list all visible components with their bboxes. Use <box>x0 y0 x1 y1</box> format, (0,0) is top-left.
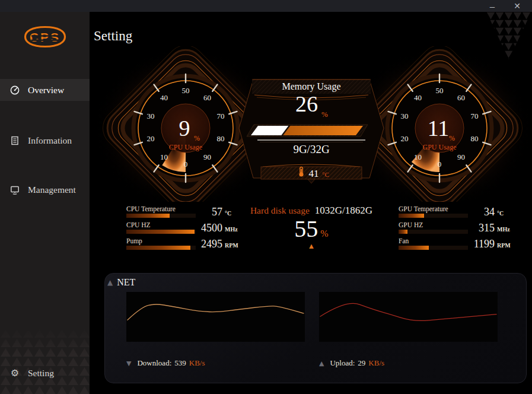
stat-row-gpu-hz: GPU HZ 315 MHz <box>399 221 515 237</box>
stat-label: CPU HZ <box>126 221 151 228</box>
stat-value: 315 <box>453 222 495 234</box>
stat-unit: MHz <box>225 226 238 233</box>
svg-text:0: 0 <box>438 160 442 169</box>
app-window: – ✕ CPS Overview <box>0 0 532 394</box>
gear-icon: ⚙ <box>9 368 20 379</box>
stat-label: Fan <box>399 237 409 244</box>
main-content: Setting <box>90 12 532 394</box>
upload-unit: KB/s <box>368 358 384 368</box>
titlebar: – ✕ <box>0 0 532 12</box>
net-header: ▲ NET <box>107 277 135 288</box>
net-title: NET <box>117 277 135 288</box>
stat-label: Pump <box>126 237 142 244</box>
svg-text:80: 80 <box>217 134 225 143</box>
svg-text:30: 30 <box>401 112 409 120</box>
svg-text:60: 60 <box>203 93 211 102</box>
svg-text:50: 50 <box>182 86 190 95</box>
stat-unit: RPM <box>497 242 511 249</box>
stat-unit: °C <box>497 210 504 217</box>
sidebar-item-label: Setting <box>28 368 54 379</box>
hard-disk-capacity: 1032G/1862G <box>315 205 372 216</box>
close-button[interactable]: ✕ <box>508 0 526 12</box>
gauge-icon <box>9 85 20 96</box>
stat-value: 4500 <box>181 222 222 234</box>
hard-disk-unit: % <box>320 228 328 239</box>
stat-value: 34 <box>453 206 495 218</box>
cpu-usage-unit: % <box>194 134 200 142</box>
svg-text:20: 20 <box>147 134 155 143</box>
document-icon <box>9 135 20 146</box>
instrument-cluster: 0102030405060708090 9 % CPU Usage 010 <box>90 46 532 202</box>
svg-text:90: 90 <box>203 152 211 161</box>
svg-text:40: 40 <box>414 93 422 102</box>
stat-value: 1199 <box>453 238 495 250</box>
stat-unit: °C <box>225 210 231 217</box>
stat-unit: MHz <box>497 226 510 233</box>
net-panel: ▲ NET ▼ Download: 539 KB/s ▲ Upload: 29 … <box>104 273 527 383</box>
sidebar-item-overview[interactable]: Overview <box>0 79 90 101</box>
svg-text:30: 30 <box>147 112 155 120</box>
memory-usage-value: 26 <box>295 91 318 116</box>
memory-usage-bar <box>247 125 368 136</box>
svg-text:70: 70 <box>217 112 225 120</box>
cpu-stats-group: CPU Temperature 57 °C CPU HZ 4500 MHz Pu… <box>126 205 243 271</box>
sidebar-item-label: Management <box>28 185 76 195</box>
svg-text:50: 50 <box>436 86 444 95</box>
stat-bar-fill <box>399 230 407 234</box>
download-curve <box>126 292 305 342</box>
stat-row-gpu-temperature: GPU Temperature 34 °C <box>399 205 515 221</box>
svg-text:20: 20 <box>401 134 409 143</box>
stat-row-cpu-temperature: CPU Temperature 57 °C <box>126 205 243 221</box>
memory-capacity: 9G/32G <box>293 143 330 155</box>
stat-label: GPU HZ <box>399 221 423 228</box>
monitor-icon <box>9 185 20 195</box>
memory-temp-value: 41 <box>309 168 319 179</box>
download-value: 539 <box>174 358 186 368</box>
stat-unit: RPM <box>225 242 238 249</box>
upload-stat: ▲ Upload: 29 KB/s <box>319 358 384 368</box>
logo-text: CPS <box>30 30 60 44</box>
corner-triangle-pattern <box>486 12 531 59</box>
stat-label: GPU Temperature <box>399 205 448 212</box>
upload-curve <box>319 292 498 342</box>
download-stat: ▼ Download: 539 KB/s <box>126 358 205 368</box>
stat-label: CPU Temperature <box>126 205 176 212</box>
download-label: Download: <box>137 358 171 368</box>
upload-value: 29 <box>358 358 365 368</box>
sidebar-item-management[interactable]: Management <box>0 179 90 201</box>
svg-text:10: 10 <box>414 152 422 161</box>
gpu-stats-group: GPU Temperature 34 °C GPU HZ 315 MHz Fan… <box>399 205 515 271</box>
center-panel: Memory Usage 26 % 9G/32G 41 °C <box>239 80 384 183</box>
svg-text:0: 0 <box>184 160 188 169</box>
stat-bar-fill <box>399 214 424 218</box>
logo-slat <box>31 35 59 37</box>
upload-triangle-icon: ▲ <box>319 360 324 367</box>
upload-label: Upload: <box>330 358 355 368</box>
sidebar-pattern-fade <box>0 328 90 355</box>
page-title: Setting <box>94 28 132 44</box>
stat-row-fan: Fan 1199 RPM <box>399 237 515 253</box>
sidebar: CPS Overview <box>0 12 90 394</box>
stat-value: 2495 <box>181 238 222 250</box>
stat-bar-fill <box>126 214 170 218</box>
gpu-usage-label: GPU Usage <box>423 143 457 151</box>
svg-text:60: 60 <box>457 93 465 102</box>
upload-chart <box>319 292 498 342</box>
stat-value: 57 <box>181 206 222 218</box>
cpu-usage-value: 9 <box>179 116 190 141</box>
cps-logo: CPS <box>21 24 69 49</box>
collapse-triangle-icon[interactable]: ▲ <box>107 278 113 287</box>
sidebar-item-label: Information <box>28 135 72 146</box>
svg-text:90: 90 <box>457 152 465 161</box>
svg-text:80: 80 <box>471 134 479 143</box>
minimize-button[interactable]: – <box>483 0 501 12</box>
stat-row-cpu-hz: CPU HZ 4500 MHz <box>126 221 243 237</box>
sidebar-item-information[interactable]: Information <box>0 129 90 151</box>
stat-row-pump: Pump 2495 RPM <box>126 237 243 253</box>
download-unit: KB/s <box>189 358 205 368</box>
sidebar-item-setting[interactable]: ⚙ Setting <box>0 362 90 384</box>
memory-usage-unit: % <box>321 110 328 119</box>
hard-disk-value: 55 <box>294 215 318 242</box>
download-triangle-icon: ▼ <box>126 360 131 367</box>
svg-text:10: 10 <box>160 152 168 161</box>
